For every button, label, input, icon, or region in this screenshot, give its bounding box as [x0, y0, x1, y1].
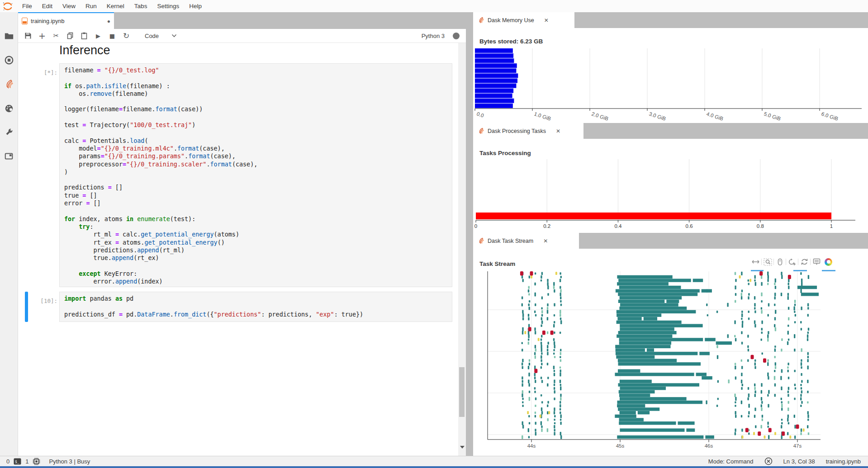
code-cell-1[interactable]: [*]: filename = "{}/0_test.log" if os.pa…: [18, 63, 459, 287]
kernel-indicator[interactable]: Python 3: [422, 33, 466, 39]
menu-item-help[interactable]: Help: [184, 0, 207, 12]
svg-text:45s: 45s: [616, 443, 625, 449]
menu-item-kernel[interactable]: Kernel: [102, 0, 129, 12]
tab-dask-task-stream[interactable]: Dask Task Stream ✕: [473, 233, 579, 249]
bokeh-logo-icon[interactable]: [825, 258, 832, 266]
trust-indicator-icon: [764, 457, 773, 465]
zoom-refresh-tool-icon[interactable]: [787, 256, 797, 268]
kernel-status-text[interactable]: Python 3 | Busy: [49, 458, 90, 465]
add-cell-button[interactable]: +: [37, 30, 47, 41]
main-tab-bar: training.ipynb ●: [18, 12, 473, 29]
jupyterlab-window: { "menu_bar": { "items": ["File","Edit",…: [0, 0, 868, 468]
panel-tab-bar: Dask Processing Tasks ✕: [473, 123, 868, 139]
cell-prompt: [*]:: [18, 69, 57, 76]
cell-code: filename = "{}/0_test.log" if os.path.is…: [64, 66, 448, 285]
running-kernels-icon[interactable]: [4, 55, 14, 65]
panel-tab-bar: Dask Memory Use ✕: [473, 12, 868, 28]
reset-tool-icon[interactable]: [799, 256, 810, 268]
scrollbar-thumb[interactable]: [459, 367, 465, 417]
dask-icon: [478, 237, 484, 244]
kernel-name: Python 3: [422, 33, 445, 39]
close-icon[interactable]: ✕: [543, 238, 548, 244]
split-divider[interactable]: [466, 12, 473, 456]
dask-sidebar-icon[interactable]: [4, 79, 14, 89]
code-cell-2[interactable]: [10]: import pandas as pd predictions_df…: [18, 292, 459, 322]
property-inspector-icon[interactable]: [4, 128, 14, 137]
menu-item-run[interactable]: Run: [81, 0, 102, 12]
active-file-name: training.ipynb: [826, 458, 861, 465]
dask-memory-panel: Dask Memory Use ✕ Bytes stored: 6.23 GB …: [473, 12, 868, 123]
close-icon[interactable]: ✕: [544, 17, 549, 24]
tab-label: Dask Memory Use: [488, 17, 534, 24]
markdown-heading[interactable]: Inference: [59, 43, 110, 57]
tab-dask-processing-tasks[interactable]: Dask Processing Tasks ✕: [473, 123, 583, 139]
cell-code: import pandas as pd predictions_df = pd.…: [64, 295, 448, 318]
cut-cell-button[interactable]: ✂: [51, 30, 62, 41]
notebook-scrollbar[interactable]: [458, 43, 466, 456]
scrollbar-down-arrow-icon[interactable]: [460, 446, 465, 449]
cell-editor[interactable]: filename = "{}/0_test.log" if os.path.is…: [59, 63, 452, 287]
run-cell-button[interactable]: ▶: [93, 30, 104, 41]
task-stream-chart[interactable]: 44s45s46s47s: [473, 249, 868, 456]
box-zoom-tool-icon[interactable]: [762, 256, 773, 268]
dask-icon: [478, 17, 484, 24]
tasks-processing-title: Tasks Processing: [479, 150, 531, 156]
svg-text:3.0 GiB: 3.0 GiB: [648, 111, 666, 121]
command-mode-indicator[interactable]: Mode: Command: [708, 458, 754, 465]
svg-text:1: 1: [830, 223, 833, 229]
svg-text:44s: 44s: [527, 443, 536, 449]
svg-text:2.0 GiB: 2.0 GiB: [591, 111, 609, 121]
menu-item-settings[interactable]: Settings: [152, 0, 184, 12]
kernel-busy-icon: [453, 33, 460, 39]
file-browser-icon[interactable]: [4, 31, 14, 41]
svg-text:4.0 GiB: 4.0 GiB: [706, 111, 724, 121]
svg-text:0.6: 0.6: [686, 223, 693, 229]
kernels-count: 1: [25, 458, 28, 465]
bytes-stored-title: Bytes stored: 6.23 GB: [479, 38, 543, 45]
menu-item-view[interactable]: View: [57, 0, 81, 12]
svg-text:$_: $_: [15, 459, 19, 463]
menu-item-tabs[interactable]: Tabs: [129, 0, 152, 12]
restart-kernel-button[interactable]: ↻: [121, 30, 132, 41]
open-tabs-icon[interactable]: [4, 151, 14, 161]
dask-panels: Dask Memory Use ✕ Bytes stored: 6.23 GB …: [473, 12, 868, 456]
menu-item-edit[interactable]: Edit: [37, 0, 57, 12]
paste-cell-button[interactable]: [79, 30, 90, 41]
close-icon[interactable]: ✕: [556, 128, 560, 134]
task-stream-panel-content: Task Stream: [473, 249, 868, 456]
wheel-zoom-tool-icon[interactable]: [774, 256, 785, 268]
notebook-area[interactable]: Inference [*]: filename = "{}/0_test.log…: [18, 43, 459, 456]
copy-cell-button[interactable]: [65, 30, 76, 41]
jupyter-logo-icon[interactable]: [2, 1, 14, 12]
processing-panel-content: Tasks Processing 00.20.40.60.81: [473, 139, 868, 233]
cell-editor[interactable]: import pandas as pd predictions_df = pd.…: [59, 292, 452, 322]
tab-training-ipynb[interactable]: training.ipynb ●: [18, 12, 114, 29]
dask-task-stream-panel: Dask Task Stream ✕ Task Stream: [473, 233, 868, 456]
tab-dask-memory-use[interactable]: Dask Memory Use ✕: [473, 12, 574, 28]
save-button[interactable]: [23, 30, 33, 41]
bottom-edge-strip: [0, 466, 868, 468]
hover-tool-icon[interactable]: [811, 256, 822, 268]
selected-cell-collapser[interactable]: [25, 292, 28, 322]
svg-text:47s: 47s: [793, 443, 802, 449]
svg-text:1.0 GiB: 1.0 GiB: [533, 111, 551, 121]
status-bar: 0 $_ 1 Python 3 | Busy Mode: Command Ln …: [0, 456, 868, 466]
palette-icon[interactable]: [4, 104, 14, 113]
processing-chart: 00.20.40.60.81: [473, 139, 868, 233]
pan-tool-icon[interactable]: [750, 256, 761, 268]
unsaved-changes-dot: ●: [107, 18, 110, 24]
svg-text:0: 0: [474, 223, 477, 229]
bokeh-toolbar: [750, 256, 832, 268]
interrupt-kernel-button[interactable]: ■: [107, 30, 118, 41]
cursor-position[interactable]: Ln 3, Col 38: [783, 458, 815, 465]
tab-label: training.ipynb: [31, 18, 64, 24]
cell-type-dropdown[interactable]: Code: [145, 33, 177, 39]
menu-item-file[interactable]: File: [17, 0, 37, 12]
task-stream-title: Task Stream: [479, 260, 515, 267]
tab-label: Dask Processing Tasks: [488, 128, 546, 134]
chevron-down-icon: [171, 34, 177, 38]
tab-label: Dask Task Stream: [488, 238, 533, 244]
svg-text:5.0 GiB: 5.0 GiB: [763, 111, 781, 121]
memory-panel-content: Bytes stored: 6.23 GB 0.01.0 GiB2.0 GiB3…: [473, 28, 868, 123]
svg-text:46s: 46s: [705, 443, 713, 449]
